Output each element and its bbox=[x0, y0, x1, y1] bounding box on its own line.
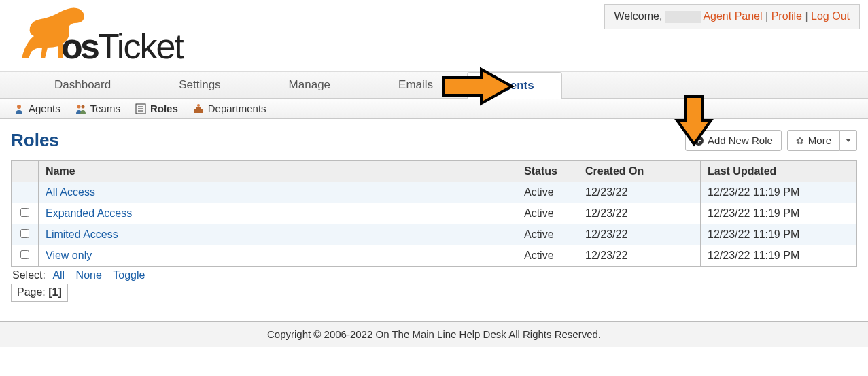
select-none-link[interactable]: None bbox=[76, 269, 102, 281]
col-updated: Last Updated bbox=[701, 161, 857, 182]
select-all-link[interactable]: All bbox=[52, 269, 65, 281]
page-bar: Page: [1] bbox=[11, 284, 68, 302]
cell-created: 12/23/22 bbox=[578, 245, 701, 267]
select-label: Select: bbox=[12, 269, 46, 281]
col-name: Name bbox=[39, 161, 517, 182]
welcome-text: Welcome, bbox=[614, 10, 663, 22]
cell-created: 12/23/22 bbox=[578, 224, 701, 245]
list-icon bbox=[135, 103, 146, 114]
svg-point-12 bbox=[197, 104, 200, 107]
role-link[interactable]: Expanded Access bbox=[46, 207, 132, 219]
cell-updated: 12/23/22 11:19 PM bbox=[701, 245, 857, 267]
role-link[interactable]: Limited Access bbox=[46, 228, 118, 240]
col-checkbox bbox=[12, 161, 39, 182]
chevron-down-icon bbox=[846, 139, 851, 142]
footer: Copyright © 2006-2022 On The Main Line H… bbox=[0, 321, 868, 347]
nav-agents[interactable]: Agents bbox=[467, 72, 562, 99]
cell-status: Active bbox=[517, 224, 578, 245]
table-row: Expanded AccessActive12/23/2212/23/22 11… bbox=[12, 203, 857, 224]
table-row: View onlyActive12/23/2212/23/22 11:19 PM bbox=[12, 245, 857, 267]
svg-rect-10 bbox=[194, 109, 203, 113]
agent-icon bbox=[14, 103, 24, 114]
profile-link[interactable]: Profile bbox=[771, 10, 802, 22]
subnav-roles[interactable]: Roles bbox=[135, 103, 178, 114]
nav-settings[interactable]: Settings bbox=[145, 78, 254, 92]
select-toggle-link[interactable]: Toggle bbox=[113, 269, 145, 281]
role-link[interactable]: All Access bbox=[46, 186, 95, 198]
user-name bbox=[665, 11, 701, 23]
svg-text:s: s bbox=[80, 27, 100, 66]
cell-created: 12/23/22 bbox=[578, 182, 701, 203]
team-icon bbox=[75, 103, 86, 114]
user-bar: Welcome, Agent Panel | Profile | Log Out bbox=[604, 4, 860, 29]
row-checkbox[interactable] bbox=[20, 250, 29, 259]
add-new-role-button[interactable]: + Add New Role bbox=[685, 130, 782, 151]
svg-point-5 bbox=[81, 105, 84, 108]
row-checkbox[interactable] bbox=[20, 229, 29, 238]
agent-panel-link[interactable]: Agent Panel bbox=[703, 10, 762, 22]
table-row: Limited AccessActive12/23/2212/23/22 11:… bbox=[12, 224, 857, 245]
role-link[interactable]: View only bbox=[46, 250, 92, 261]
gear-icon bbox=[796, 135, 804, 146]
subnav-departments-label: Departments bbox=[208, 103, 266, 114]
page-current: [1] bbox=[48, 286, 62, 298]
subnav-teams-label: Teams bbox=[90, 103, 120, 114]
col-status: Status bbox=[517, 161, 578, 182]
more-label: More bbox=[808, 135, 831, 146]
svg-point-4 bbox=[77, 105, 80, 108]
table-row: All AccessActive12/23/2212/23/22 11:19 P… bbox=[12, 182, 857, 203]
page-title: Roles bbox=[11, 130, 59, 151]
add-new-role-label: Add New Role bbox=[708, 135, 773, 146]
subnav-agents-label: Agents bbox=[29, 103, 60, 114]
cell-updated: 12/23/22 11:19 PM bbox=[701, 182, 857, 203]
dept-icon bbox=[193, 103, 204, 114]
sub-nav: Agents Teams Roles Departments bbox=[0, 99, 868, 119]
svg-rect-11 bbox=[196, 107, 201, 109]
logout-link[interactable]: Log Out bbox=[811, 10, 850, 22]
col-created: Created On bbox=[578, 161, 701, 182]
cell-status: Active bbox=[517, 203, 578, 224]
cell-created: 12/23/22 bbox=[578, 203, 701, 224]
subnav-teams[interactable]: Teams bbox=[75, 103, 120, 114]
main-nav: Dashboard Settings Manage Emails Agents bbox=[0, 71, 868, 99]
cell-status: Active bbox=[517, 182, 578, 203]
subnav-departments[interactable]: Departments bbox=[193, 103, 266, 114]
nav-manage[interactable]: Manage bbox=[255, 78, 364, 92]
subnav-roles-label: Roles bbox=[150, 103, 178, 114]
nav-dashboard[interactable]: Dashboard bbox=[20, 78, 145, 92]
cell-status: Active bbox=[517, 245, 578, 267]
more-button[interactable]: More bbox=[787, 130, 840, 151]
cell-updated: 12/23/22 11:19 PM bbox=[701, 203, 857, 224]
svg-text:Ticket: Ticket bbox=[98, 27, 184, 66]
row-checkbox[interactable] bbox=[20, 208, 29, 217]
roles-table: Name Status Created On Last Updated All … bbox=[11, 160, 857, 267]
more-dropdown-toggle[interactable] bbox=[840, 130, 857, 151]
svg-point-3 bbox=[17, 105, 21, 109]
nav-emails[interactable]: Emails bbox=[364, 78, 467, 92]
plus-icon: + bbox=[694, 136, 704, 146]
svg-text:o: o bbox=[61, 27, 83, 66]
select-bar: Select: All None Toggle bbox=[11, 267, 857, 284]
cell-updated: 12/23/22 11:19 PM bbox=[701, 224, 857, 245]
logo[interactable]: o s Ticket bbox=[8, 3, 198, 71]
page-label: Page: bbox=[17, 286, 46, 298]
subnav-agents[interactable]: Agents bbox=[14, 103, 60, 114]
